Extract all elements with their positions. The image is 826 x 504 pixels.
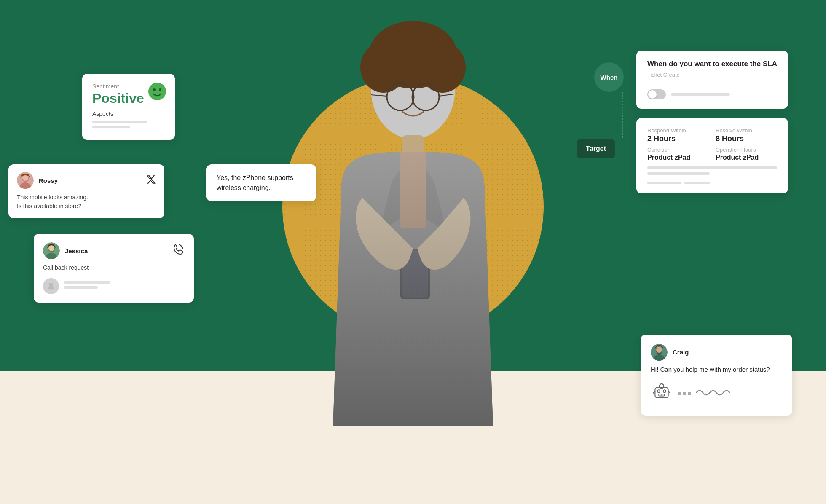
svg-point-15 <box>153 88 156 91</box>
craig-avatar <box>651 344 668 361</box>
sla-divider <box>647 83 777 83</box>
placeholder-lines <box>92 121 165 128</box>
craig-header: Craig <box>651 344 782 361</box>
condition-group: Condition Product zPad <box>647 147 709 161</box>
target-grid: Respond Within 2 Hours Resolve Within 8 … <box>647 127 777 161</box>
toggle-switch[interactable] <box>647 89 666 99</box>
x-social-icon <box>146 174 156 187</box>
target-label: Target <box>586 145 606 152</box>
ghost-avatar <box>43 278 59 294</box>
jessica-subrow <box>43 278 185 294</box>
craig-name: Craig <box>673 349 782 356</box>
svg-point-14 <box>148 83 166 100</box>
typing-dots <box>678 392 691 395</box>
operation-group: Operation Hours Product zPad <box>716 147 777 161</box>
rossy-name: Rossy <box>39 177 146 184</box>
dot-1 <box>678 392 681 395</box>
svg-point-16 <box>159 88 161 91</box>
condition-label: Condition <box>647 147 709 153</box>
toggle-label-line <box>671 93 730 96</box>
svg-point-36 <box>657 390 660 392</box>
sla-subtitle: Ticket Create <box>647 72 777 78</box>
phone-icon <box>173 244 185 258</box>
respond-value: 2 Hours <box>647 134 709 143</box>
sub-lines <box>64 281 185 291</box>
sentiment-card: Sentiment Positive Aspects <box>82 74 175 140</box>
target-placeholder-lines <box>647 166 777 184</box>
aspects-label: Aspects <box>92 110 165 117</box>
dot-3 <box>688 392 691 395</box>
svg-point-4 <box>419 42 466 93</box>
resolve-value: 8 Hours <box>716 134 777 143</box>
bot-message: Yes, the zPhone supports wireless chargi… <box>217 174 293 191</box>
rossy-message: This mobile looks amazing.Is this availa… <box>17 193 156 211</box>
person-image <box>299 21 527 426</box>
target-card: Respond Within 2 Hours Resolve Within 8 … <box>636 118 788 193</box>
target-node: Target <box>577 139 615 158</box>
craig-card: Craig Hi! Can you help me with my order … <box>641 335 792 416</box>
svg-point-20 <box>22 175 28 181</box>
jessica-name: Jessica <box>65 247 173 255</box>
rossy-card: Rossy This mobile looks amazing.Is this … <box>8 164 164 218</box>
jessica-header: Jessica <box>43 242 185 259</box>
when-node: When <box>594 62 624 92</box>
svg-point-32 <box>656 347 662 353</box>
resolve-within-group: Resolve Within 8 Hours <box>716 127 777 143</box>
sla-title: When do you want to execute the SLA <box>647 60 777 68</box>
when-label: When <box>601 74 618 81</box>
wave-icon <box>696 386 730 401</box>
rossy-header: Rossy <box>17 172 156 189</box>
operation-label: Operation Hours <box>716 147 777 153</box>
rossy-avatar <box>17 172 34 189</box>
resolve-label: Resolve Within <box>716 127 777 134</box>
bot-row <box>651 381 782 406</box>
craig-message: Hi! Can you help me with my order status… <box>651 365 782 375</box>
dot-2 <box>683 392 686 395</box>
smiley-icon <box>148 82 166 101</box>
condition-value: Product zPad <box>647 154 709 161</box>
svg-point-3 <box>360 42 407 93</box>
toggle-row <box>647 89 777 99</box>
svg-point-37 <box>663 390 666 392</box>
jessica-message: Call back request <box>43 263 185 272</box>
sla-card: When do you want to execute the SLA Tick… <box>636 51 788 109</box>
svg-point-24 <box>48 245 54 251</box>
respond-label: Respond Within <box>647 127 709 134</box>
jessica-card: Jessica Call back request <box>34 234 194 303</box>
operation-value: Product zPad <box>716 154 777 161</box>
toggle-knob <box>648 90 657 99</box>
robot-icon <box>651 381 673 406</box>
respond-within-group: Respond Within 2 Hours <box>647 127 709 143</box>
bot-bubble: Yes, the zPhone supports wireless chargi… <box>206 164 316 201</box>
jessica-avatar <box>43 242 60 259</box>
